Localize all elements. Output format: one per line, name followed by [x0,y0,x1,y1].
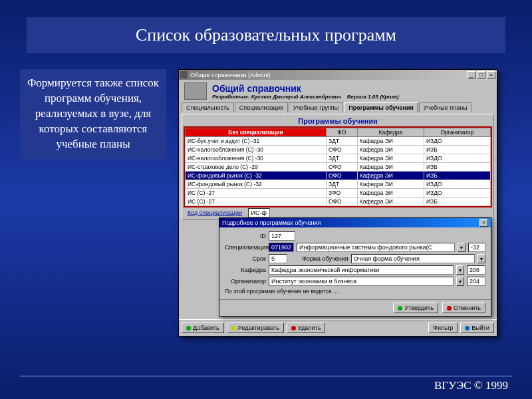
bottom-toolbar: ДобавитьРедактироватьУдалитьФильтрВыйти [179,319,497,336]
cell: ИЗБ [424,198,490,206]
cell: ЗДТ [327,180,358,189]
toolbar-label: Фильтр [433,325,453,331]
dialog-title: Подробнее о программах обучения [222,219,478,226]
minimize-button[interactable]: _ [467,71,475,79]
cell: ОФО [327,146,358,154]
cell: ОФО [327,172,358,180]
note-text: По этой программе обучение не ведется ..… [225,288,339,295]
dept-code-field[interactable]: 206 [467,265,485,275]
cell: Кафедра ЭИ [357,154,424,163]
form-field[interactable]: Очная форма обучения [351,254,475,263]
slide-title: Список образовательных программ [27,17,505,53]
toolbar-button-0[interactable]: Добавить [182,323,224,333]
cell: Кафедра ЭИ [357,146,424,154]
version-label: Версия 1.03 (Кроха) [347,94,399,100]
column-header[interactable]: Кафедра [357,128,424,137]
toolbar-button-3[interactable]: Фильтр [428,323,458,333]
detail-dialog: Подробнее о программах обучения × ID 127… [219,217,491,317]
code-link[interactable]: Код специализации [184,207,246,218]
form-label: Форма обучения [302,255,348,262]
header-sub: Разработчик: Кустов Дмитрий Александрови… [212,94,399,100]
toolbar-label: Редактировать [238,325,279,331]
dept-field[interactable]: Кафедра экономической информатики [269,265,454,275]
cell: ИС-налогообложения (С) -30 [186,154,327,163]
cell: ИЗДО [424,154,490,163]
window-title: Общие справочники (Admini) [190,72,466,78]
logo-image [184,82,207,100]
cell: Кафедра ЭИ [357,198,424,206]
dialog-titlebar[interactable]: Подробнее о программах обучения × [219,218,491,227]
spec-name-field[interactable]: Информационные системы фондового рынка(С [297,243,455,252]
cell: ИЗДО [424,137,490,146]
id-field[interactable]: 127 [269,231,295,241]
dept-dropdown-icon[interactable]: ▼ [456,265,464,275]
tab-1[interactable]: Специализация [235,102,288,112]
table-row[interactable]: ИС-бух.учет и аудит (С) -31ЗДТКафедра ЭИ… [186,137,491,146]
description-text: Формируется также список программ обучен… [20,69,166,159]
dev-label: Разработчик: [212,94,249,100]
cell: ИС (С) -27 [186,189,327,198]
cancel-button[interactable]: Отменить [442,303,485,313]
dot-red-icon [447,306,452,311]
toolbar-button-4[interactable]: Выйти [460,323,494,333]
table-row[interactable]: ИС-страховое дело (С) -29ОФОКафедра ЭИИЗ… [186,163,491,172]
org-dropdown-icon[interactable]: ▼ [456,277,464,286]
maximize-button[interactable]: □ [477,71,485,79]
table-row[interactable]: ИС-фондовый рынок (С) -32ОФОКафедра ЭИИЗ… [186,172,491,180]
cell: Кафедра ЭИ [357,180,424,189]
cell: Кафедра ЭИ [357,172,424,180]
tab-0[interactable]: Специальность [182,102,234,112]
cell: ИЗБ [424,172,490,180]
cell: Кафедра ЭИ [357,137,424,146]
data-grid[interactable]: Без специализацииФОКафедраОрганизаторИС-… [184,126,492,207]
tab-2[interactable]: Учебные группы [289,102,343,112]
org-code-field[interactable]: 204 [467,277,485,286]
org-field[interactable]: Институт экономики и бизнеса [269,277,454,286]
column-header[interactable]: Без специализации [186,128,327,137]
spec-label: Специализация [225,244,266,251]
form-dropdown-icon[interactable]: ▼ [477,254,485,263]
column-header[interactable]: ФО [327,128,358,137]
cell: ИС-фондовый рынок (С) -32 [186,180,327,189]
column-header[interactable]: Организатор [424,128,490,137]
dept-label: Кафедра [225,267,266,273]
table-row[interactable]: ИС-налогообложения (С) -30ЗДТКафедра ЭИИ… [186,154,491,163]
app-icon [180,71,188,78]
panel-title: Программы обучения [184,116,492,126]
confirm-button[interactable]: Утвердить [393,303,438,313]
toolbar-button-2[interactable]: Удалить [287,323,325,333]
header-title: Общий справочник [212,83,399,94]
tab-bar: СпециальностьСпециализацияУчебные группы… [179,102,497,112]
close-button[interactable]: × [487,71,495,79]
app-window: Общие справочники (Admini) _ □ × Общий с… [178,69,497,336]
table-row[interactable]: ИС-фондовый рынок (С) -32ЗДТКафедра ЭИИЗ… [186,180,491,189]
spec-code-field[interactable]: 071902 [269,243,294,252]
footer-divider [20,376,512,376]
cell: ИС-страховое дело (С) -29 [186,163,327,172]
confirm-label: Утвердить [404,305,433,311]
cell: Кафедра ЭИ [357,189,424,198]
cell: ЗДТ [327,137,358,146]
footer-text: ВГУЭС © 1999 [434,379,508,392]
cell: ИЗБ [424,163,490,172]
cell: ОФО [327,198,358,206]
cancel-label: Отменить [454,305,481,311]
tab-3[interactable]: Программы обучения [344,102,418,112]
tab-4[interactable]: Учебные планы [419,102,472,112]
dev-name: Кустов Дмитрий Александрович [251,94,341,100]
dialog-close-button[interactable]: × [479,219,488,227]
table-row[interactable]: ИС-налогообложения (С) -30ОФОКафедра ЭИИ… [186,146,491,154]
dot-icon [231,326,236,331]
cell: ИС-бух.учет и аудит (С) -31 [186,137,327,146]
window-titlebar[interactable]: Общие справочники (Admini) _ □ × [179,70,497,80]
term-field[interactable]: 5 [269,254,287,263]
table-row[interactable]: ИС (С) -27ЗФОКафедра ЭИИЗДО [186,189,491,198]
spec-num-field[interactable]: -32 [468,243,485,252]
spec-dropdown-icon[interactable]: ▼ [458,243,466,252]
cell: ОФО [327,163,358,172]
dot-icon [291,326,296,331]
table-row[interactable]: ИС (С) -27ОФОКафедра ЭИИЗБ [186,198,491,206]
toolbar-label: Удалить [298,325,321,331]
cell: ИЗДО [424,180,490,189]
toolbar-button-1[interactable]: Редактировать [227,323,284,333]
